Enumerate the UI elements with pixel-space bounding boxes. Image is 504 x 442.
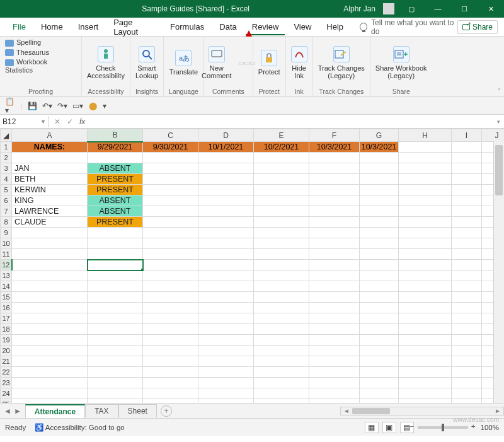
cell[interactable] <box>309 281 360 292</box>
cell[interactable] <box>254 195 309 206</box>
cell[interactable] <box>399 249 452 260</box>
col-header[interactable]: A <box>12 129 88 142</box>
cell[interactable] <box>254 313 309 324</box>
cell[interactable] <box>360 367 399 378</box>
row-header[interactable]: 7 <box>1 206 12 217</box>
cell[interactable]: 9/29/2021 <box>88 142 143 153</box>
translate-button[interactable]: aあ Translate <box>169 50 198 76</box>
cell[interactable] <box>399 174 452 185</box>
cell[interactable] <box>399 346 452 356</box>
cell[interactable] <box>12 367 88 378</box>
cell[interactable] <box>309 313 360 324</box>
qat-touch-icon[interactable]: ▭▾ <box>72 101 83 111</box>
cell[interactable] <box>143 378 198 388</box>
tab-nav-next-button[interactable]: ► <box>14 407 21 416</box>
row-header[interactable]: 18 <box>1 324 12 335</box>
cell[interactable] <box>360 153 399 163</box>
cell[interactable] <box>12 228 88 238</box>
menu-file[interactable]: File <box>6 18 32 35</box>
cell[interactable] <box>360 281 399 292</box>
qat-undo-icon[interactable]: ↶▾ <box>42 101 52 111</box>
row-header[interactable]: 21 <box>1 356 12 367</box>
cell[interactable] <box>452 217 482 228</box>
cell[interactable] <box>143 399 198 404</box>
fx-button[interactable]: fx <box>79 117 85 126</box>
row-header[interactable]: 25 <box>1 399 12 404</box>
cell[interactable] <box>360 324 399 335</box>
cell[interactable] <box>143 185 198 195</box>
scrollbar-thumb[interactable] <box>352 408 390 414</box>
menu-help[interactable]: Help <box>320 18 350 35</box>
cell[interactable] <box>143 367 198 378</box>
row-header[interactable]: 16 <box>1 303 12 313</box>
cell[interactable] <box>143 174 198 185</box>
cell[interactable]: 10/2/2021 <box>254 142 309 153</box>
row-header[interactable]: 22 <box>1 367 12 378</box>
cell[interactable] <box>399 335 452 346</box>
cell[interactable] <box>309 153 360 163</box>
row-header[interactable]: 13 <box>1 270 12 281</box>
row-header[interactable]: 23 <box>1 378 12 388</box>
cell[interactable] <box>12 356 88 367</box>
cell[interactable] <box>452 303 482 313</box>
cell[interactable] <box>452 367 482 378</box>
cell[interactable] <box>309 388 360 399</box>
cell[interactable] <box>399 260 452 270</box>
cell[interactable]: 10/1/2021 <box>198 142 254 153</box>
cell[interactable] <box>198 324 254 335</box>
cell[interactable] <box>360 163 399 174</box>
cell[interactable] <box>399 292 452 303</box>
cell[interactable] <box>143 356 198 367</box>
sheet-tab-attendance[interactable]: Attendance <box>25 404 85 418</box>
cell[interactable] <box>254 238 309 249</box>
cell[interactable]: ABSENT <box>88 206 143 217</box>
cell[interactable] <box>12 399 88 404</box>
menu-insert[interactable]: Insert <box>72 18 105 35</box>
cell[interactable] <box>143 303 198 313</box>
qat-paste-icon[interactable]: 📋▾ <box>5 101 15 111</box>
cell[interactable]: 9/30/2021 <box>143 142 198 153</box>
horizontal-scrollbar[interactable]: ◄► <box>340 407 504 416</box>
cell[interactable] <box>399 206 452 217</box>
vertical-scrollbar[interactable] <box>493 141 504 403</box>
close-button[interactable]: ✕ <box>481 2 500 16</box>
cell[interactable] <box>452 153 482 163</box>
cell[interactable] <box>198 260 254 270</box>
cell[interactable] <box>88 399 143 404</box>
cell[interactable] <box>12 260 88 270</box>
cell[interactable]: PRESENT <box>88 174 143 185</box>
spelling-button[interactable]: Spelling <box>5 38 76 47</box>
cell[interactable] <box>88 335 143 346</box>
cell[interactable] <box>309 335 360 346</box>
menu-formulas[interactable]: Formulas <box>164 18 210 35</box>
thesaurus-button[interactable]: Thesaurus <box>5 49 76 57</box>
col-header[interactable]: E <box>254 129 309 142</box>
cell[interactable] <box>309 346 360 356</box>
cell[interactable] <box>360 228 399 238</box>
cell[interactable] <box>254 292 309 303</box>
cell[interactable] <box>88 153 143 163</box>
cell[interactable] <box>88 249 143 260</box>
cell[interactable] <box>452 399 482 404</box>
row-header[interactable]: 5 <box>1 185 12 195</box>
cell[interactable] <box>198 303 254 313</box>
qat-save-icon[interactable]: 💾 <box>27 101 37 111</box>
cell[interactable] <box>143 388 198 399</box>
cell[interactable] <box>198 292 254 303</box>
maximize-button[interactable]: ☐ <box>455 2 474 16</box>
cell[interactable] <box>143 249 198 260</box>
cell[interactable] <box>254 206 309 217</box>
cell[interactable] <box>309 303 360 313</box>
cell[interactable] <box>88 281 143 292</box>
cell[interactable] <box>12 281 88 292</box>
cell[interactable] <box>452 163 482 174</box>
cell[interactable] <box>399 324 452 335</box>
cell[interactable] <box>254 399 309 404</box>
cell[interactable] <box>399 185 452 195</box>
cell[interactable] <box>143 335 198 346</box>
cell[interactable] <box>88 367 143 378</box>
workbook-statistics-button[interactable]: Workbook Statistics <box>5 58 76 74</box>
cell[interactable]: ABSENT <box>88 163 143 174</box>
col-header[interactable]: D <box>198 129 254 142</box>
cell[interactable]: NAMES: <box>12 142 88 153</box>
